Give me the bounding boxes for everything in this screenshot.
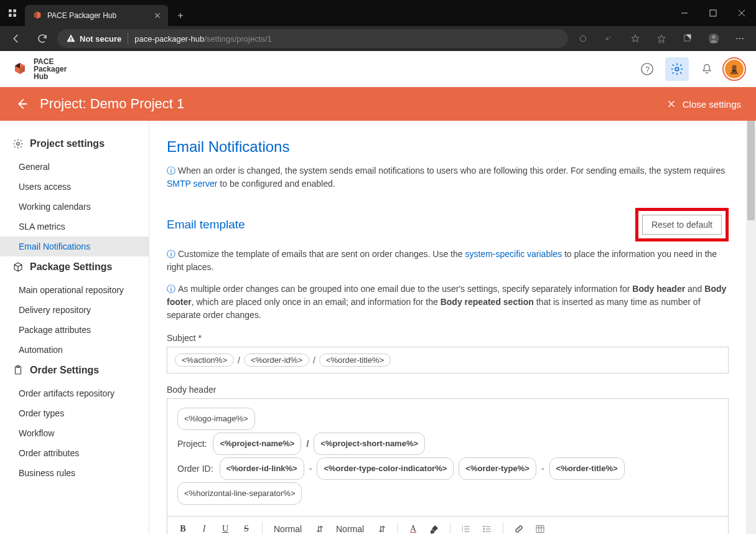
sidebar-item[interactable]: Business rules [0,463,149,483]
favorites-bar-icon[interactable] [650,29,673,49]
page-heading: Email Notifications [167,138,729,156]
svg-rect-2 [9,14,12,17]
profile-icon[interactable] [702,29,725,49]
body-header-field[interactable]: <%logo-image%> Project: <%project-name%>… [167,398,729,517]
info-icon: ⓘ [167,249,175,259]
variable-chip[interactable]: <%horizontal-line-separator%> [177,482,302,505]
svg-text:?: ? [645,65,650,73]
svg-point-17 [732,65,736,69]
font-select[interactable]: Normal⇵ [331,524,391,534]
heading-select[interactable]: Normal⇵ [269,524,329,534]
close-settings-button[interactable]: Close settings [666,99,741,110]
collections-icon[interactable] [676,29,699,49]
help-button[interactable]: ? [635,57,659,81]
close-window-button[interactable] [727,0,756,26]
security-warning: Not secure [66,34,121,44]
italic-button[interactable]: I [195,520,213,534]
highlight-button[interactable] [425,520,444,534]
variable-chip[interactable]: <%logo-image%> [177,408,255,430]
section-package-settings: Package Settings [0,261,149,273]
sidebar-item[interactable]: Order attributes [0,443,149,463]
browser-tab[interactable]: PACE Packager Hub [25,5,168,26]
sidebar-item[interactable]: Automation [0,340,149,360]
variables-link[interactable]: system-specific variables [465,249,562,259]
sidebar-item[interactable]: Workflow [0,423,149,443]
strike-button[interactable]: S [237,520,256,534]
sidebar-item[interactable]: Working calendars [0,197,149,217]
svg-text:»: » [609,35,610,39]
scrollbar[interactable] [746,121,756,534]
svg-point-25 [483,526,485,527]
variable-chip[interactable]: <%order-title%> [319,354,391,367]
ordered-list-button[interactable]: 123 [457,520,475,534]
section-order-settings: Order Settings [0,365,149,376]
favorites-icon[interactable] [624,29,646,49]
variable-chip[interactable]: <%order-id-link%> [220,457,304,480]
unordered-list-button[interactable] [478,520,497,534]
svg-rect-28 [536,526,544,533]
text-color-button[interactable]: A [404,520,422,534]
url-host: pace-packager-hub/settings/projects/1 [134,34,271,44]
highlight-box: Reset to default [635,208,729,241]
sidebar-item[interactable]: Main operational repository [0,280,149,300]
tab-title: PACE Packager Hub [47,11,148,20]
svg-point-10 [712,35,716,39]
sidebar: Project settings GeneralUsers accessWork… [0,121,149,534]
banner-title: Project: Demo Project 1 [40,96,184,112]
svg-point-13 [742,38,744,39]
info-text: ⓘAs multiple order changes can be groupe… [167,283,729,322]
sub-heading: Email template [167,218,245,232]
table-button[interactable] [531,520,549,534]
variable-chip[interactable]: <%order-type%> [459,457,536,480]
new-tab-button[interactable] [170,5,190,26]
reload-button[interactable] [31,29,54,49]
maximize-button[interactable] [699,0,727,26]
sidebar-item[interactable]: SLA metrics [0,217,149,237]
package-icon [12,261,24,273]
back-button[interactable] [5,29,27,49]
sidebar-item[interactable]: General [0,157,149,177]
notifications-button[interactable] [695,57,719,81]
info-text: ⓘCustomize the template of emails that a… [167,248,729,274]
svg-point-19 [17,143,20,146]
svg-text:3: 3 [462,530,463,533]
sidebar-item[interactable]: Users access [0,177,149,197]
sidebar-item[interactable]: Delivery repository [0,300,149,320]
address-bar[interactable]: Not secure pace-packager-hub/settings/pr… [57,29,568,48]
body-header-label: Body header [167,385,729,395]
variable-chip[interactable]: <%order-id%> [244,354,309,367]
svg-point-27 [483,531,485,532]
reset-to-default-button[interactable]: Reset to default [642,215,722,235]
tab-overview-button[interactable] [0,0,25,26]
menu-icon[interactable] [729,29,751,49]
sidebar-item[interactable]: Email Notifications [0,237,149,256]
close-icon[interactable] [153,11,162,20]
variable-chip[interactable]: <%project-name%> [213,433,301,455]
sidebar-item[interactable]: Package attributes [0,320,149,340]
underline-button[interactable]: U [216,520,235,534]
banner-back-button[interactable] [15,97,29,111]
minimize-button[interactable] [670,0,699,26]
bold-button[interactable]: B [174,520,192,534]
svg-point-11 [736,38,737,39]
page-banner: Project: Demo Project 1 Close settings [0,87,756,121]
variable-chip[interactable]: <%action%> [175,354,234,367]
sidebar-item[interactable]: Order types [0,403,149,423]
smtp-link[interactable]: SMTP server [167,179,217,189]
settings-button[interactable] [665,57,689,81]
sidebar-item[interactable]: Order artifacts repository [0,383,149,403]
variable-chip[interactable]: <%project-short-name%> [314,433,425,455]
close-icon [666,99,676,109]
user-avatar[interactable] [725,60,744,78]
vpn-icon[interactable] [572,29,594,49]
subject-field[interactable]: <%action%> / <%order-id%> / <%order-titl… [167,347,729,373]
read-aloud-icon[interactable]: A» [598,29,620,49]
variable-chip[interactable]: <%order-type-color-indicator%> [317,457,454,480]
link-button[interactable] [510,520,528,534]
section-project-settings: Project settings [0,138,149,149]
gear-icon [12,138,24,149]
svg-point-26 [483,528,485,530]
security-label: Not secure [80,34,121,44]
variable-chip[interactable]: <%order-title%> [549,457,625,480]
app-logo-text: PACEPackagerHub [34,58,67,80]
